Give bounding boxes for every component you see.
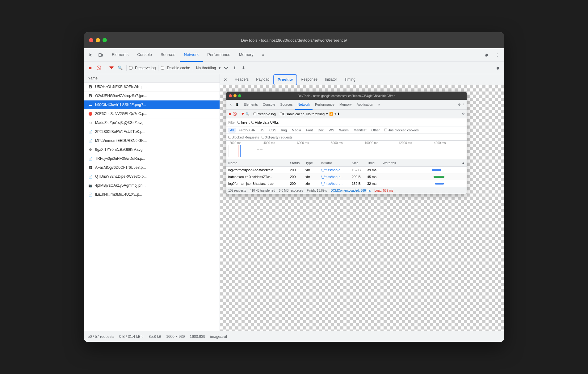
device-icon[interactable]: [96, 51, 105, 59]
devtools-body: Elements Console Sources Network Perform…: [84, 48, 504, 342]
devtools-window: DevTools - localhost:8080/docs/devtools/…: [84, 32, 504, 342]
nested-table-row: log?format=json&hasfast=true 200 xhr /_/…: [226, 167, 467, 173]
nested-device-icon: 📱: [234, 102, 240, 108]
clear-icon[interactable]: 🚫: [95, 64, 103, 72]
timeline-dash-1: — —: [257, 148, 262, 151]
close-button[interactable]: [89, 38, 93, 42]
chip-ws: WS: [327, 128, 336, 133]
tab-headers[interactable]: Headers: [231, 74, 252, 85]
nested-sep3: [278, 112, 278, 116]
timeline-dot-1: ·: [359, 148, 359, 151]
list-item[interactable]: 🔴 20E6CLcSzNV2GELQu7oC.p...: [84, 109, 220, 118]
list-item[interactable]: 🖼 U5OHzQL4tEKFr6OFlxWK.jp...: [84, 83, 220, 91]
tab-timing[interactable]: Timing: [341, 74, 359, 85]
toolbar-separator-3: [158, 65, 158, 71]
file-type-icon: ⊘: [88, 120, 93, 125]
third-party-label: 3rd-party requests: [262, 135, 292, 139]
throttle-select[interactable]: No throttling: [195, 66, 217, 70]
main-area: Name 🖼 U5OHzQL4tEKFr6OFlxWK.jp... 🖼 O2sI…: [84, 74, 504, 331]
status-bar: 50 / 57 requests 0 B / 31.4 kB tr 85.8 k…: [84, 331, 504, 342]
preserve-log-checkbox[interactable]: Preserve log: [129, 66, 156, 70]
blocked-cookies-checkbox: [384, 129, 387, 131]
maximize-button[interactable]: [103, 38, 107, 42]
nested-devtools-window: DevTools - news.google.com/topstories?hl…: [226, 91, 467, 194]
nested-titlebar: DevTools - news.google.com/topstories?hl…: [226, 92, 467, 100]
timeline-marker-blue: [240, 145, 241, 157]
chip-manifest: Manifest: [352, 128, 368, 133]
timeline-chart: — — · · ·: [228, 145, 465, 157]
list-item[interactable]: 📄 lLu..hNl..lrm3Mu..4U1Xv..p...: [84, 190, 220, 199]
nested-tab-memory: Memory: [337, 100, 354, 110]
nested-tab-elements: Elements: [241, 100, 260, 110]
nested-search-icon: 🔍: [246, 112, 249, 116]
download-icon[interactable]: ⬇: [240, 64, 247, 72]
timeline-labels: 2000 ms 4000 ms 6000 ms 8000 ms 10000 ms…: [228, 141, 465, 145]
cursor-icon[interactable]: [86, 51, 95, 59]
tab-performance[interactable]: Performance: [203, 48, 234, 62]
upload-icon[interactable]: ⬆: [231, 64, 238, 72]
disable-cache-checkbox[interactable]: Disable cache: [161, 66, 190, 70]
list-item-selected[interactable]: ▬ h90CtfziXluvh1LSSKJE.png?...: [84, 100, 220, 109]
search-icon[interactable]: 🔍: [116, 64, 124, 72]
nested-tab-performance: Performance: [313, 100, 337, 110]
disable-cache-input[interactable]: [161, 66, 164, 70]
status-dimensions: 1600 × 939: [166, 334, 185, 339]
footer-finish: Finish: 13.89 s: [307, 189, 327, 192]
nested-sep2: [251, 112, 251, 116]
nested-table-row: batchexecute?rpcids=xZTw... 200 xhr /_/m…: [226, 173, 467, 180]
network-toolbar: ⏺ 🚫 🔍 Preserve log Disable cache No thro…: [84, 62, 504, 74]
throttle-arrow[interactable]: ▼: [218, 66, 221, 70]
list-item[interactable]: ⊘ MadqZsIZpo1sj3qQ3GsZ.svg: [84, 118, 220, 127]
tab-elements[interactable]: Elements: [107, 48, 133, 62]
settings-icon[interactable]: [482, 51, 491, 59]
tab-response[interactable]: Response: [297, 74, 321, 85]
nested-preserve-log: Preserve log: [253, 112, 276, 116]
nested-tab-network: Network: [295, 100, 313, 110]
tab-console[interactable]: Console: [133, 48, 156, 62]
file-type-icon: ⚙: [88, 147, 93, 152]
file-type-icon: 📄: [88, 174, 93, 179]
chip-css: CSS: [267, 128, 278, 133]
tab-payload[interactable]: Payload: [252, 74, 273, 85]
tab-sources[interactable]: Sources: [156, 48, 180, 62]
timeline-dot-3: ·: [446, 148, 447, 151]
tab-memory[interactable]: Memory: [235, 48, 258, 62]
nested-more-icon: ⋮: [462, 103, 465, 106]
tab-initiator[interactable]: Initiator: [321, 74, 341, 85]
nested-sep: [239, 112, 239, 116]
nested-tab-sources: Sources: [278, 100, 295, 110]
top-tabs-bar: Elements Console Sources Network Perform…: [84, 48, 504, 62]
list-item[interactable]: 🖼 AFacMOgv6D0CFTr6U5e8.p...: [84, 163, 220, 172]
tab-more[interactable]: »: [258, 48, 269, 62]
file-type-icon: ▬: [88, 102, 93, 108]
toolbar-settings-icon[interactable]: [494, 64, 502, 72]
list-item[interactable]: 📄 MPcVmmemtEEDURBN6lGK...: [84, 136, 220, 145]
blocked-row: Blocked Requests 3rd-party requests: [226, 134, 467, 141]
preserve-log-input[interactable]: [129, 66, 132, 70]
nested-preserve-input: [253, 113, 256, 115]
toolbar-separator-4: [193, 65, 193, 71]
nested-wifi-icon: 📶: [329, 112, 333, 116]
list-item[interactable]: 📷 4pIMBj7zOAk1y5Agmmoj.pn...: [84, 181, 220, 190]
waterfall-2: [383, 183, 465, 185]
tab-preview[interactable]: Preview: [273, 74, 297, 85]
nested-toolbar: ⏺ 🚫 🔍 Preserve log: [226, 110, 467, 118]
close-panel-button[interactable]: ✕: [222, 77, 229, 83]
tab-network[interactable]: Network: [180, 48, 203, 62]
more-options-icon[interactable]: ⋮: [493, 51, 502, 59]
list-item[interactable]: ⚙ 9gzXiTYY0nZzBxGl6KrV.svg: [84, 145, 220, 154]
record-icon[interactable]: ⏺: [86, 64, 94, 72]
footer-requests: 102 requests: [228, 189, 246, 192]
svg-rect-0: [99, 53, 101, 57]
status-type: image/avif: [210, 334, 227, 339]
list-item[interactable]: 📄 TRFujw0pi0nHF3GwDuRn.p...: [84, 154, 220, 163]
minimize-button[interactable]: [96, 38, 100, 42]
list-item[interactable]: 📄 QTDnaY32hLDipeRW8e3O.p...: [84, 172, 220, 181]
wifi-icon[interactable]: [222, 64, 230, 72]
list-item[interactable]: 📄 2P2L80XfBoFWJFxU9TpK.p...: [84, 127, 220, 136]
svg-rect-1: [101, 54, 103, 56]
filter-icon[interactable]: [108, 64, 115, 72]
window-title: DevTools - localhost:8080/docs/devtools/…: [241, 38, 347, 43]
hide-data-urls-label: Hide data URLs: [251, 121, 279, 124]
list-item[interactable]: 🖼 O2sIJEHG9avKV4aqzSx7.jpe...: [84, 91, 220, 100]
